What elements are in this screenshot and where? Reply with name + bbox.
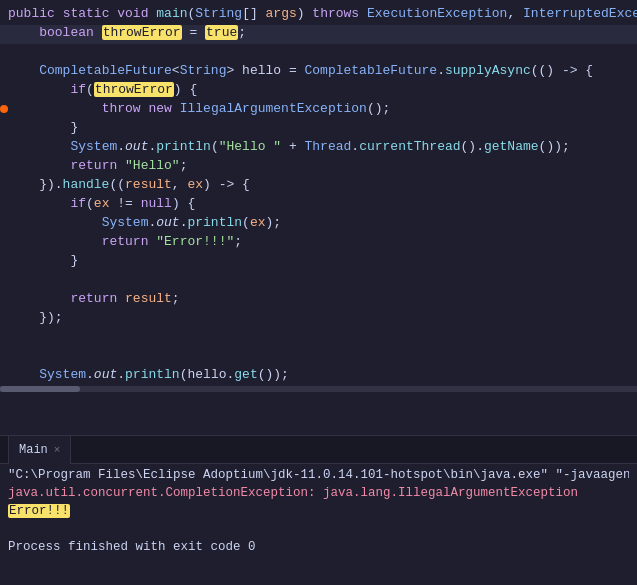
- code-line-13: return "Error!!!" ;: [0, 234, 637, 253]
- breakpoint-dot: [0, 105, 8, 113]
- console-tab-label: Main: [19, 443, 48, 457]
- console-tab-bar: Main ×: [0, 436, 637, 464]
- exception-interrupted: InterruptedException: [523, 6, 637, 21]
- code-line-3: [0, 44, 637, 63]
- code-line-11: if ( ex != null ) {: [0, 196, 637, 215]
- code-line-18: [0, 329, 637, 348]
- method-main: main: [156, 6, 187, 21]
- console-line-3: Error!!!: [8, 504, 629, 522]
- method-println-3: println: [125, 367, 180, 382]
- console-output: "C:\Program Files\Eclipse Adoptium\jdk-1…: [0, 464, 637, 562]
- type-system-3: System: [39, 367, 86, 382]
- code-line-7: }: [0, 120, 637, 139]
- code-line-6: throw new IllegalArgumentException ();: [0, 101, 637, 120]
- string-error: "Error!!!": [156, 234, 234, 249]
- code-line-10: }). handle (( result , ex ) -> {: [0, 177, 637, 196]
- param-result-ret: result: [125, 291, 172, 306]
- code-line-15: [0, 272, 637, 291]
- keyword-new: new: [148, 101, 171, 116]
- console-tab-main[interactable]: Main ×: [8, 436, 71, 464]
- keyword-if: if: [70, 82, 86, 97]
- method-supply-async: supplyAsync: [445, 63, 531, 78]
- var-throw-error-2: throwError: [94, 82, 174, 97]
- type-string-2: String: [180, 63, 227, 78]
- code-line-5: if ( throwError ) {: [0, 82, 637, 101]
- keyword-if-2: if: [70, 196, 86, 211]
- param-ex-2: ex: [94, 196, 110, 211]
- method-handle: handle: [63, 177, 110, 192]
- method-current-thread: currentThread: [359, 139, 460, 154]
- scrollbar-thumb[interactable]: [0, 386, 80, 392]
- console-line-1: "C:\Program Files\Eclipse Adoptium\jdk-1…: [8, 468, 629, 486]
- code-line-19: [0, 348, 637, 367]
- keyword-public: public: [8, 6, 55, 21]
- var-throw-error: throwError: [102, 25, 182, 40]
- keyword-return-3: return: [70, 291, 117, 306]
- var-hello: hello: [242, 63, 281, 78]
- method-get-name: getName: [484, 139, 539, 154]
- code-line-12: System . out . println ( ex );: [0, 215, 637, 234]
- type-string: String: [195, 6, 242, 21]
- keyword-null: null: [141, 196, 172, 211]
- keyword-throw: throw: [102, 101, 141, 116]
- type-completable-future-2: CompletableFuture: [305, 63, 438, 78]
- field-out-2: out: [156, 215, 179, 230]
- keyword-boolean: boolean: [39, 25, 94, 40]
- code-line-9: return "Hello" ;: [0, 158, 637, 177]
- type-thread: Thread: [305, 139, 352, 154]
- type-illegal-arg: IllegalArgumentException: [180, 101, 367, 116]
- string-hello: "Hello ": [219, 139, 281, 154]
- type-completable-future: CompletableFuture: [39, 63, 172, 78]
- code-line-14: }: [0, 253, 637, 272]
- code-line-4: CompletableFuture < String > hello = Com…: [0, 63, 637, 82]
- code-line-1: public static void main ( String [] args…: [0, 6, 637, 25]
- console-panel: Main × "C:\Program Files\Eclipse Adoptiu…: [0, 435, 637, 585]
- method-println-2: println: [187, 215, 242, 230]
- code-line-8: System . out . println ( "Hello " + Thre…: [0, 139, 637, 158]
- val-true: true: [205, 25, 238, 40]
- code-line-17: });: [0, 310, 637, 329]
- code-editor: public static void main ( String [] args…: [0, 0, 637, 435]
- string-hello-val: "Hello": [125, 158, 180, 173]
- console-line-2: java.util.concurrent.CompletionException…: [8, 486, 629, 504]
- param-ex: ex: [187, 177, 203, 192]
- param-args: args: [266, 6, 297, 21]
- keyword-void: void: [117, 6, 148, 21]
- param-result: result: [125, 177, 172, 192]
- console-line-5: Process finished with exit code 0: [8, 540, 629, 558]
- error-highlight: Error!!!: [8, 504, 70, 518]
- code-line-16: return result ;: [0, 291, 637, 310]
- var-hello-2: hello: [187, 367, 226, 382]
- field-out: out: [125, 139, 148, 154]
- console-tab-close[interactable]: ×: [54, 444, 61, 456]
- field-out-3: out: [94, 367, 117, 382]
- type-system: System: [70, 139, 117, 154]
- throws-keyword: throws: [312, 6, 359, 21]
- keyword-static: static: [63, 6, 110, 21]
- code-line-2: boolean throwError = true ;: [0, 25, 637, 44]
- exception-execution: ExecutionException: [367, 6, 507, 21]
- type-system-2: System: [102, 215, 149, 230]
- method-println-1: println: [156, 139, 211, 154]
- code-line-20: System . out . println ( hello . get ())…: [0, 367, 637, 386]
- horizontal-scrollbar[interactable]: [0, 386, 637, 392]
- keyword-return-2: return: [102, 234, 149, 249]
- console-line-4: [8, 522, 629, 540]
- method-get: get: [234, 367, 257, 382]
- keyword-return-1: return: [70, 158, 117, 173]
- param-ex-print: ex: [250, 215, 266, 230]
